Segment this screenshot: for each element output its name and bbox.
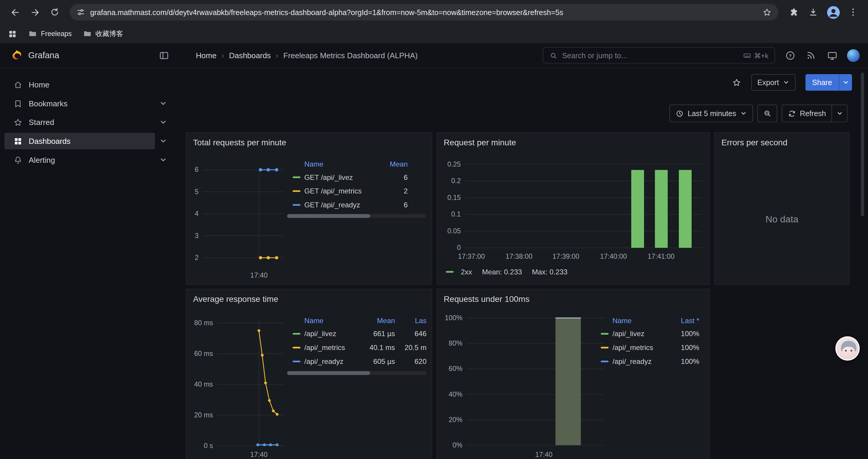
series-last: 100% xyxy=(671,343,699,352)
legend-header: Name Last * xyxy=(601,314,699,327)
svg-text:4: 4 xyxy=(195,210,198,218)
sidebar-item-home[interactable]: Home xyxy=(4,76,172,93)
forward-icon xyxy=(30,7,40,18)
assistant-avatar[interactable] xyxy=(836,336,860,360)
sidebar-row-dashboards: Dashboards xyxy=(4,132,172,151)
share-menu-button[interactable] xyxy=(839,74,852,91)
series-name[interactable]: GET /api/_livez xyxy=(304,173,377,182)
breadcrumb-home[interactable]: Home xyxy=(196,51,217,60)
address-bar[interactable]: grafana.mathmast.com/d/deytv4rwavabkb/fr… xyxy=(70,4,778,21)
url-text: grafana.mathmast.com/d/deytv4rwavabkb/fr… xyxy=(90,8,757,16)
svg-text:0: 0 xyxy=(457,244,461,251)
page-scrollbar[interactable] xyxy=(861,72,864,216)
legend-col-last[interactable]: Las xyxy=(395,316,427,324)
series-swatch xyxy=(601,347,609,349)
chevron-down-icon[interactable] xyxy=(155,119,172,126)
series-name[interactable]: /api/_livez xyxy=(304,330,361,338)
legend-table: Name Mean GET /api/_livez 6 GET /api/_me… xyxy=(287,157,427,212)
legend-row: GET /api/_metrics 2 xyxy=(293,184,427,198)
bookmark-label: 收藏博客 xyxy=(95,29,123,38)
refresh-label: Refresh xyxy=(800,109,826,118)
chevron-down-icon[interactable] xyxy=(155,137,172,145)
extensions-icon[interactable] xyxy=(784,3,803,22)
site-info-icon[interactable] xyxy=(76,8,85,17)
rss-icon[interactable] xyxy=(802,46,820,65)
scrollbar-thumb[interactable] xyxy=(287,371,370,375)
refresh-button[interactable]: Refresh xyxy=(781,104,832,122)
sidebar-item-starred[interactable]: Starred xyxy=(4,114,155,131)
bookmark-star-icon[interactable] xyxy=(762,7,772,17)
chevron-down-icon[interactable] xyxy=(155,100,172,107)
bookmark-folder-freeleaps[interactable]: Freeleaps xyxy=(28,29,71,38)
sidebar-item-alerting[interactable]: Alerting xyxy=(4,152,155,168)
sidebar-item-dashboards[interactable]: Dashboards xyxy=(4,133,155,149)
chevron-down-icon[interactable] xyxy=(155,156,172,164)
legend-row: /api/_metrics 100% xyxy=(601,340,699,355)
sidebar-row-home: Home xyxy=(4,75,172,94)
series-swatch xyxy=(601,361,609,362)
breadcrumb: Home › Dashboards › Freeleaps Metrics Da… xyxy=(196,51,418,60)
legend-col-name[interactable]: Name xyxy=(293,160,377,168)
requests-under-100ms-chart: 100%80%60%40%20%0%17:40 xyxy=(437,289,609,459)
back-button[interactable] xyxy=(6,3,25,22)
search-input[interactable]: Search or jump to... ⌘+k xyxy=(543,47,775,64)
legend-col-mean[interactable]: Mean xyxy=(377,160,408,168)
series-last: 100% xyxy=(671,330,699,338)
help-icon[interactable]: ? xyxy=(780,46,800,65)
sidebar-row-bookmarks: Bookmarks xyxy=(4,94,172,113)
forward-button[interactable] xyxy=(25,3,44,22)
grafana-header: Grafana Home › Dashboards › Freeleaps Me… xyxy=(0,43,868,68)
kiosk-monitor-icon[interactable] xyxy=(823,46,841,65)
series-name[interactable]: /api/_livez xyxy=(613,330,671,338)
series-swatch xyxy=(293,361,301,362)
series-name[interactable]: GET /api/_metrics xyxy=(304,187,377,195)
sidebar-item-bookmarks[interactable]: Bookmarks xyxy=(4,95,155,112)
legend-col-mean[interactable]: Mean xyxy=(361,316,395,324)
legend-inline: 2xx Mean: 0.233 Max: 0.233 xyxy=(446,266,567,277)
reload-button[interactable] xyxy=(45,3,64,22)
refresh-interval-button[interactable] xyxy=(832,104,847,122)
series-name[interactable]: /api/_metrics xyxy=(304,343,361,352)
svg-text:0.1: 0.1 xyxy=(451,210,461,218)
zoom-out-button[interactable] xyxy=(757,104,777,122)
grafana-logo[interactable] xyxy=(11,49,23,61)
legend-scrollbar[interactable] xyxy=(287,371,427,375)
panel-title[interactable]: Total requests per minute xyxy=(186,133,432,147)
share-button[interactable]: Share xyxy=(805,74,838,91)
user-avatar[interactable] xyxy=(844,46,863,65)
apps-grid-icon[interactable] xyxy=(8,29,17,38)
panel-title[interactable]: Requests under 100ms xyxy=(437,289,709,304)
export-label: Export xyxy=(757,78,779,87)
legend-col-last[interactable]: Last * xyxy=(671,316,699,324)
series-name[interactable]: GET /api/_readyz xyxy=(304,201,377,209)
sidebar-toggle-icon[interactable] xyxy=(159,50,169,61)
time-range-label: Last 5 minutes xyxy=(687,109,736,118)
folder-icon xyxy=(83,29,92,38)
favorite-star-icon[interactable] xyxy=(732,78,741,87)
legend-col-name[interactable]: Name xyxy=(601,316,671,324)
legend-col-name[interactable]: Name xyxy=(293,316,361,324)
series-name[interactable]: /api/_readyz xyxy=(304,357,361,366)
browser-menu-button[interactable] xyxy=(844,3,863,22)
profile-avatar[interactable] xyxy=(824,3,843,22)
downloads-icon[interactable] xyxy=(804,3,823,22)
panel-title[interactable]: Errors per second xyxy=(715,133,849,147)
series-name[interactable]: 2xx xyxy=(461,267,472,275)
series-name[interactable]: /api/_readyz xyxy=(613,357,671,366)
series-name[interactable]: /api/_metrics xyxy=(613,343,671,352)
search-placeholder: Search or jump to... xyxy=(562,51,738,59)
chevron-down-icon xyxy=(740,110,747,117)
panel-title[interactable]: Request per minute xyxy=(437,133,709,147)
legend-scrollbar[interactable] xyxy=(287,214,427,218)
refresh-icon xyxy=(788,109,796,118)
svg-text:17:40: 17:40 xyxy=(535,451,553,458)
share-button-group: Share xyxy=(805,74,852,91)
panel-title[interactable]: Average response time xyxy=(186,289,432,304)
breadcrumb-dashboards[interactable]: Dashboards xyxy=(229,51,271,60)
export-button[interactable]: Export xyxy=(751,74,796,91)
bookmark-folder-blog[interactable]: 收藏博客 xyxy=(83,29,123,38)
browser-window: grafana.mathmast.com/d/deytv4rwavabkb/fr… xyxy=(0,0,868,459)
scrollbar-thumb[interactable] xyxy=(287,214,370,218)
svg-text:5: 5 xyxy=(195,188,198,196)
time-range-picker[interactable]: Last 5 minutes xyxy=(670,104,753,122)
